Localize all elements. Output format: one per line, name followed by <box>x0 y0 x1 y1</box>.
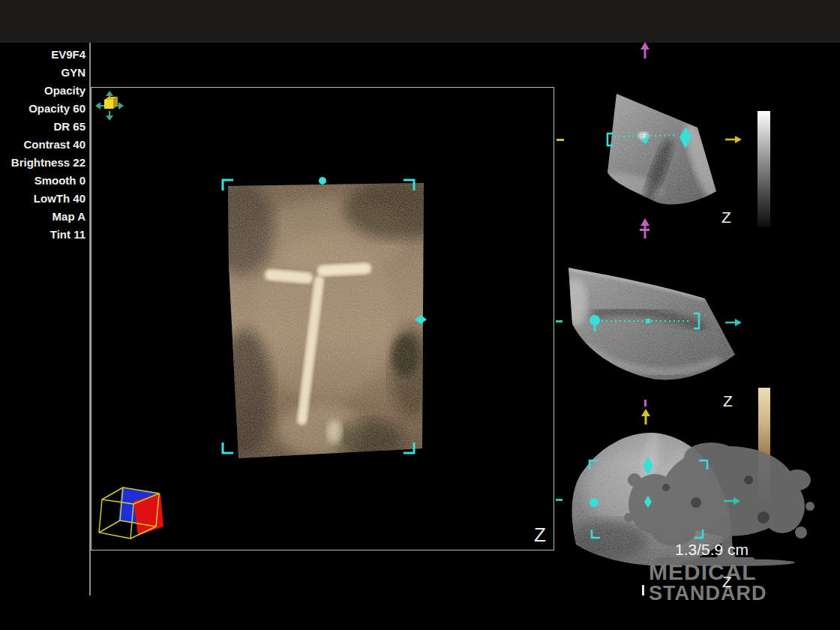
ultrasound-screen: EV9F4 GYN Opacity Opacity 60 DR 65 Contr… <box>0 0 840 630</box>
orientation-label-b: Z <box>723 393 733 409</box>
smooth-value: Smooth 0 <box>0 172 87 190</box>
measurement-value: 1.3/5.9 cm <box>675 541 748 559</box>
contrast-value: Contrast 40 <box>0 136 87 154</box>
dynamic-range-value: DR 65 <box>0 118 87 136</box>
caliper-tick-mark <box>642 585 644 596</box>
map-value: Map A <box>0 208 87 226</box>
parameter-sidebar: EV9F4 GYN Opacity Opacity 60 DR 65 Contr… <box>0 46 87 244</box>
sidebar-divider <box>89 43 91 596</box>
plane-a-image[interactable] <box>598 86 722 206</box>
orientation-label-main: Z <box>534 525 546 544</box>
orientation-label-c: Z <box>722 574 732 590</box>
opacity-value: Opacity 60 <box>0 100 87 118</box>
probe-label: EV9F4 <box>0 46 87 64</box>
plane-b-image[interactable] <box>561 261 741 388</box>
pan-move-icon[interactable] <box>94 90 124 122</box>
brightness-value: Brightness 22 <box>0 154 87 172</box>
render-3d-image[interactable] <box>227 183 424 458</box>
watermark-text-line1: MEDICAL <box>649 561 757 584</box>
preset-label: GYN <box>0 64 87 82</box>
opacity-mode-label: Opacity <box>0 82 87 100</box>
top-letterbox-band <box>0 0 840 43</box>
tint-value: Tint 11 <box>0 226 87 244</box>
orientation-cube[interactable] <box>96 480 171 544</box>
grayscale-map-bar <box>758 111 770 226</box>
watermark-text-line2: STANDARD <box>649 584 767 604</box>
low-threshold-value: LowTh 40 <box>0 190 87 208</box>
orientation-label-a: Z <box>722 209 731 225</box>
